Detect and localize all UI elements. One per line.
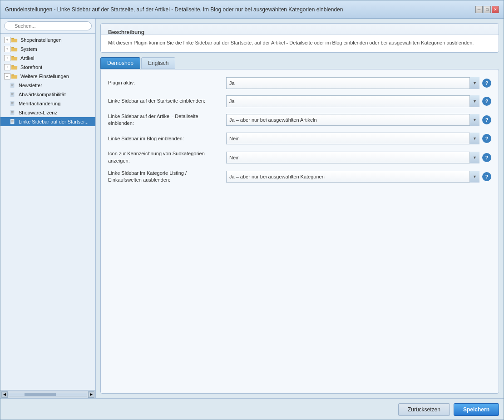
- help-button-icon-subkategorien[interactable]: ?: [482, 153, 491, 162]
- doc-icon-shopware-lizenz: [10, 110, 17, 115]
- titlebar: Grundeinstellungen - Linke Sidebar auf d…: [0, 0, 504, 19]
- sidebar-item-linke-sidebar-label: Linke Sidebar auf der Startsei...: [19, 119, 89, 124]
- doc-icon-newsletter: [10, 83, 17, 88]
- form-row-sidebar-kategorie: Linke Sidebar im Kategorie Listing / Ein…: [108, 170, 491, 184]
- sidebar-item-artikel-label: Artikel: [20, 55, 35, 61]
- sidebar-tree: + Shopeinstellungen +: [0, 34, 95, 390]
- expander-system[interactable]: +: [4, 46, 10, 52]
- save-button[interactable]: Speichern: [454, 403, 499, 416]
- search-bar: 🔍: [0, 19, 95, 34]
- svg-rect-6: [11, 66, 17, 69]
- scroll-track[interactable]: [9, 393, 87, 396]
- maximize-button[interactable]: □: [484, 6, 491, 13]
- control-icon-subkategorien: Ja Nein ▼ ?: [226, 152, 491, 163]
- search-wrapper: 🔍: [4, 21, 92, 30]
- reset-button[interactable]: Zurücksetzen: [398, 403, 450, 416]
- svg-rect-1: [11, 38, 14, 40]
- select-sidebar-blog[interactable]: Ja Nein: [226, 133, 479, 144]
- help-button-sidebar-kategorie[interactable]: ?: [482, 172, 491, 181]
- sidebar-item-system[interactable]: + System: [0, 44, 95, 54]
- expander-artikel[interactable]: +: [4, 55, 10, 61]
- folder-icon-weitere-einstellungen: [11, 74, 19, 79]
- sidebar-item-storefront[interactable]: + Storefront: [0, 63, 95, 72]
- sidebar-item-abwaertskompatibilitaet-label: Abwärtskompatibilität: [19, 92, 66, 97]
- select-wrapper-sidebar-kategorie: Ja Nein Ja – aber nur bei ausgewählten K…: [226, 171, 479, 183]
- tab-englisch[interactable]: Englisch: [141, 57, 175, 69]
- sidebar-item-system-label: System: [20, 46, 37, 52]
- expander-storefront[interactable]: +: [4, 64, 10, 70]
- folder-icon-shopeinstellungen: [11, 37, 19, 43]
- svg-rect-2: [11, 48, 17, 51]
- select-wrapper-icon-subkategorien: Ja Nein ▼: [226, 152, 479, 163]
- control-sidebar-startseite: Ja Nein ▼ ?: [226, 95, 491, 107]
- description-box: Beschreibung Mit diesem Plugin können Si…: [100, 23, 499, 53]
- doc-icon-mehrfachaenderung: [10, 101, 17, 106]
- label-sidebar-blog: Linke Sidebar im Blog einblenden:: [108, 135, 226, 142]
- sidebar-item-linke-sidebar[interactable]: Linke Sidebar auf der Startsei...: [0, 117, 95, 126]
- form-panel: Plugin aktiv: Ja Nein ▼ ?: [100, 69, 499, 394]
- svg-rect-8: [11, 75, 17, 79]
- label-sidebar-startseite: Linke Sidebar auf der Startseite einblen…: [108, 98, 226, 104]
- doc-icon-abwaertskompatibilitaet: [10, 92, 17, 97]
- form-row-sidebar-blog: Linke Sidebar im Blog einblenden: Ja Nei…: [108, 132, 491, 145]
- select-sidebar-kategorie[interactable]: Ja Nein Ja – aber nur bei ausgewählten K…: [226, 171, 479, 183]
- description-title: Beschreibung: [108, 29, 491, 35]
- select-icon-subkategorien[interactable]: Ja Nein: [226, 152, 479, 163]
- svg-rect-0: [11, 39, 17, 42]
- select-wrapper-sidebar-blog: Ja Nein ▼: [226, 133, 479, 144]
- form-row-icon-subkategorien: Icon zur Kennzeichnung von Subkategorien…: [108, 150, 491, 164]
- sidebar-item-shopware-lizenz-label: Shopware-Lizenz: [19, 110, 57, 115]
- help-button-sidebar-artikel[interactable]: ?: [482, 115, 491, 124]
- svg-rect-5: [11, 56, 14, 58]
- control-sidebar-artikel: Ja Nein Ja – aber nur bei ausgewählten A…: [226, 114, 491, 126]
- form-row-sidebar-artikel: Linke Sidebar auf der Artikel - Detailse…: [108, 113, 491, 127]
- sidebar-item-weitere-einstellungen-label: Weitere Einstellungen: [20, 74, 69, 79]
- folder-icon-storefront: [11, 64, 19, 70]
- control-plugin-aktiv: Ja Nein ▼ ?: [226, 77, 491, 89]
- sidebar-item-newsletter[interactable]: Newsletter: [0, 81, 95, 90]
- form-row-plugin-aktiv: Plugin aktiv: Ja Nein ▼ ?: [108, 77, 491, 89]
- svg-rect-3: [11, 47, 14, 49]
- help-button-sidebar-blog[interactable]: ?: [482, 134, 491, 143]
- select-plugin-aktiv[interactable]: Ja Nein: [226, 77, 479, 89]
- sidebar-item-shopware-lizenz[interactable]: Shopware-Lizenz: [0, 108, 95, 117]
- content-area: 🔍 + Shopeinstellungen: [0, 19, 504, 398]
- sidebar-item-mehrfachaenderung[interactable]: Mehrfachänderung: [0, 99, 95, 108]
- label-sidebar-artikel: Linke Sidebar auf der Artikel - Detailse…: [108, 113, 226, 127]
- sidebar-item-shopeinstellungen[interactable]: + Shopeinstellungen: [0, 35, 95, 44]
- sidebar-item-newsletter-label: Newsletter: [19, 83, 42, 88]
- minimize-button[interactable]: ─: [475, 6, 483, 13]
- sidebar-item-abwaertskompatibilitaet[interactable]: Abwärtskompatibilität: [0, 90, 95, 99]
- help-button-plugin-aktiv[interactable]: ?: [482, 79, 491, 88]
- sidebar-item-artikel[interactable]: + Artikel: [0, 54, 95, 63]
- form-row-sidebar-startseite: Linke Sidebar auf der Startseite einblen…: [108, 95, 491, 108]
- tab-demoshop[interactable]: Demoshop: [100, 57, 140, 69]
- doc-icon-linke-sidebar: [10, 119, 17, 124]
- svg-rect-9: [11, 74, 14, 76]
- expander-weitere-einstellungen[interactable]: −: [4, 73, 10, 79]
- select-sidebar-startseite[interactable]: Ja Nein: [226, 95, 479, 107]
- sidebar-item-storefront-label: Storefront: [20, 64, 42, 70]
- select-sidebar-artikel[interactable]: Ja Nein Ja – aber nur bei ausgewählten A…: [226, 114, 479, 126]
- folder-icon-system: [11, 46, 19, 52]
- control-sidebar-kategorie: Ja Nein Ja – aber nur bei ausgewählten K…: [226, 171, 491, 183]
- expander-shopeinstellungen[interactable]: +: [4, 37, 10, 43]
- select-wrapper-sidebar-startseite: Ja Nein ▼: [226, 95, 479, 107]
- sidebar-item-mehrfachaenderung-label: Mehrfachänderung: [19, 101, 60, 106]
- svg-rect-7: [11, 65, 14, 67]
- close-button[interactable]: ✕: [492, 6, 499, 13]
- tabs-row: Demoshop Englisch: [100, 57, 499, 69]
- sidebar: 🔍 + Shopeinstellungen: [0, 19, 96, 398]
- label-sidebar-kategorie: Linke Sidebar im Kategorie Listing / Ein…: [108, 170, 226, 184]
- scroll-right-arrow[interactable]: ▶: [88, 391, 94, 398]
- select-wrapper-sidebar-artikel: Ja Nein Ja – aber nur bei ausgewählten A…: [226, 114, 479, 126]
- control-sidebar-blog: Ja Nein ▼ ?: [226, 133, 491, 144]
- titlebar-buttons: ─ □ ✕: [475, 6, 499, 13]
- main-window: Grundeinstellungen - Linke Sidebar auf d…: [0, 0, 504, 420]
- sidebar-item-weitere-einstellungen[interactable]: − Weitere Einstellungen: [0, 72, 95, 81]
- help-button-sidebar-startseite[interactable]: ?: [482, 97, 491, 106]
- label-icon-subkategorien: Icon zur Kennzeichnung von Subkategorien…: [108, 150, 226, 164]
- search-input[interactable]: [4, 21, 92, 30]
- scroll-left-arrow[interactable]: ◀: [1, 391, 8, 398]
- svg-rect-4: [11, 57, 17, 60]
